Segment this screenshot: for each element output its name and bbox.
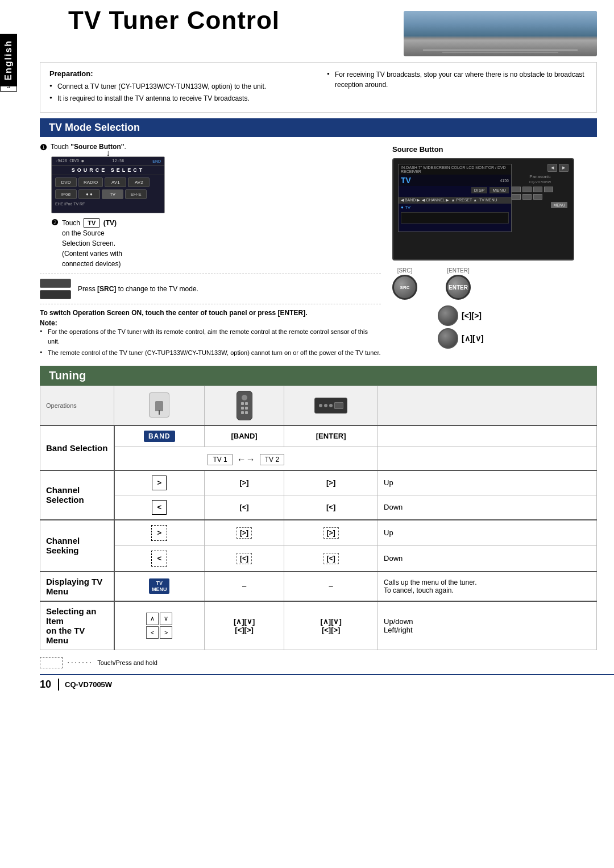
device-diagram: IN-DASH 7" WIDESCREEN COLOR LCD MONITOR … xyxy=(392,158,574,261)
bracket-row-2: [∧][∨] xyxy=(438,328,597,349)
legend-dots: ······· xyxy=(67,658,93,668)
touch-hold-legend: ······· Touch/Press and hold xyxy=(40,657,157,668)
tv-select-updown: Up/down xyxy=(384,617,591,626)
note-label: Note: xyxy=(40,319,381,327)
seek-unit-up: [>] xyxy=(284,520,378,546)
preparation-section: Preparation: Connect a TV tuner (CY-TUP1… xyxy=(40,62,597,113)
press-src-row: Press [SRC] to change to the TV mode. xyxy=(40,279,381,299)
band-bracket: [BAND] xyxy=(231,432,257,440)
nav-up-btn: ∧ xyxy=(146,613,159,625)
legend-text: Touch/Press and hold xyxy=(97,659,157,666)
channel-seeking-row: Channel Seeking > [>] [>] Up xyxy=(40,520,597,546)
band-selection-func: Band Selection xyxy=(40,425,114,470)
band-touch-cell: BAND xyxy=(114,425,205,447)
step1: ❶ Touch "Source Button". xyxy=(40,143,381,152)
tv-select-row: Selecting an Itemon the TV Menu ∧ ∨ < > … xyxy=(40,601,597,650)
tv-select-leftright: Left/right xyxy=(384,626,591,634)
seek-up-desc: Up xyxy=(378,520,597,546)
band-desc-cell xyxy=(378,425,597,447)
ch-touch-up: > xyxy=(114,470,205,495)
tv-menu-func: Displaying TVMenu xyxy=(40,572,114,601)
page-title: TV Tuner Control xyxy=(68,8,392,33)
footer-model: CQ-VD7005W xyxy=(65,680,112,689)
ch-remote-up: [>] xyxy=(204,470,284,495)
nav-down-btn: ∨ xyxy=(160,613,172,625)
page-number-box: 9 xyxy=(0,80,17,92)
legend-box xyxy=(40,657,63,668)
remote-icon-header xyxy=(204,386,284,425)
channel-seeking-down-row: < [<] [<] Down xyxy=(40,545,597,572)
tv-select-unit-1: [∧][∨] [<][>] xyxy=(284,601,378,650)
ch-touch-down: < xyxy=(114,495,205,520)
tuning-header: Tuning xyxy=(40,366,597,386)
band-sub-desc xyxy=(378,447,597,470)
touch-icon-header xyxy=(114,386,205,425)
prep-item-2: It is required to install the TV antenna… xyxy=(49,93,310,104)
seek-touch-up: > xyxy=(114,520,205,546)
band-unit-cell: [ENTER] xyxy=(284,425,378,447)
seek-down-touch: < xyxy=(151,551,167,567)
channel-selection-func: ChannelSelection xyxy=(40,470,114,520)
tv2-box: TV 2 xyxy=(260,454,284,465)
seek-remote-up: [>] xyxy=(204,520,284,546)
unit-icon-header xyxy=(284,386,378,425)
ch-up-desc: Up xyxy=(378,470,597,495)
tv-menu-btn: TVMENU xyxy=(149,578,170,594)
bottom-bar: ······· Touch/Press and hold xyxy=(40,657,597,668)
seek-touch-down: < xyxy=(114,545,205,572)
tv-menu-touch: TVMENU xyxy=(114,572,205,601)
ch-up-touch: > xyxy=(152,476,167,490)
ch-down-touch: < xyxy=(152,500,167,515)
band-selection-sub-row: TV 1 ←→ TV 2 xyxy=(40,447,597,470)
tv-select-remote-1: [∧][∨] [<][>] xyxy=(204,601,284,650)
channel-selection-row: ChannelSelection > [>] [>] Up xyxy=(40,470,597,495)
tv-menu-remote: – xyxy=(204,572,284,601)
step1-text: Touch "Source Button". xyxy=(51,143,126,151)
channel-selection-down-row: < [<] [<] Down xyxy=(40,495,597,520)
tv-select-touch-1: ∧ ∨ < > xyxy=(114,601,205,650)
ch-down-desc: Down xyxy=(378,495,597,520)
ch-unit-down: [<] xyxy=(284,495,378,520)
footer-page-number: 10 xyxy=(40,679,59,691)
arrow-sym: ←→ xyxy=(237,454,255,465)
tv-menu-desc: Calls up the menu of the tuner.To cancel… xyxy=(378,572,597,601)
note-item-2: The remote control of the TV tuner (CY-T… xyxy=(40,348,381,358)
tv-select-func: Selecting an Itemon the TV Menu xyxy=(40,601,114,650)
band-selection-row: Band Selection BAND [BAND] [ENTER] xyxy=(40,425,597,447)
tv1-box: TV 1 xyxy=(208,454,232,465)
step2: ❷ Touch TV (TV) on the Source Selection … xyxy=(51,218,381,269)
bold-note: To switch Operation Screen ON, touch the… xyxy=(40,309,381,317)
prep-title: Preparation: xyxy=(49,69,310,78)
band-remote-cell: [BAND] xyxy=(204,425,284,447)
enter-bracket: [ENTER] xyxy=(316,432,346,440)
prep-item-3: For receiving TV broadcasts, stop your c… xyxy=(327,69,587,90)
tuning-ops-row: Operations xyxy=(40,386,597,425)
nav-left-btn: < xyxy=(146,626,159,639)
header-image xyxy=(404,11,597,56)
band-btn: BAND xyxy=(144,431,175,442)
tuning-table: Operations xyxy=(40,386,597,650)
nav-right-btn: > xyxy=(160,626,172,639)
tv-select-desc: Up/down Left/right xyxy=(378,601,597,650)
bracket-row-1: [<][>] xyxy=(438,305,597,326)
tv-mode-header: TV Mode Selection xyxy=(40,118,597,137)
ch-remote-down: [<] xyxy=(204,495,284,520)
source-screen: -9428 CDVD ● 12:56 END SOURCE SELECT DVD… xyxy=(51,156,165,213)
seek-unit-down: [<] xyxy=(284,545,378,572)
seek-up-touch: > xyxy=(151,525,167,541)
channel-seeking-func: Channel Seeking xyxy=(40,520,114,572)
tv-menu-row: Displaying TVMenu TVMENU – – Calls up th… xyxy=(40,572,597,601)
seek-down-desc: Down xyxy=(378,545,597,572)
press-src-text: Press [SRC] to change to the TV mode. xyxy=(78,285,198,293)
ch-unit-up: [>] xyxy=(284,470,378,495)
ops-label: Operations xyxy=(40,386,114,425)
tv-menu-unit: – xyxy=(284,572,378,601)
note-item-1: For the operations of the TV tuner with … xyxy=(40,327,381,346)
prep-item-1: Connect a TV tuner (CY-TUP133W/CY-TUN133… xyxy=(49,81,310,92)
seek-remote-down: [<] xyxy=(204,545,284,572)
band-tv-arrows: TV 1 ←→ TV 2 xyxy=(114,447,378,470)
page-footer: 10 CQ-VD7005W xyxy=(40,674,614,694)
source-button-label: Source Button xyxy=(392,145,597,154)
